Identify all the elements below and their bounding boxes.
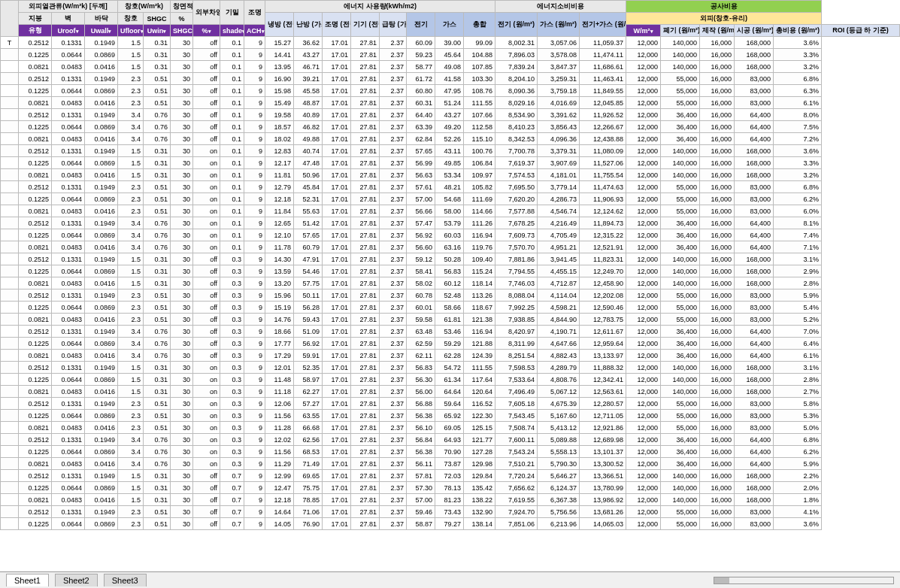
cell[interactable]: 2.37	[380, 326, 407, 338]
cell[interactable]: 6.4%	[774, 338, 822, 350]
cell[interactable]: 15.96	[265, 289, 294, 302]
cell[interactable]: 13,300.52	[580, 458, 626, 470]
cell[interactable]: 9	[244, 482, 265, 494]
cell[interactable]: 0.76	[144, 241, 171, 253]
cell[interactable]: 27.81	[351, 181, 380, 193]
cell[interactable]: 55,000	[661, 302, 700, 314]
cell[interactable]: 39.00	[435, 37, 464, 49]
cell[interactable]: 0.0821	[19, 422, 52, 434]
cell[interactable]: 27.81	[351, 470, 380, 482]
cell[interactable]: 49.08	[435, 61, 464, 73]
cell[interactable]: 2.3	[118, 73, 144, 85]
cell[interactable]: 36,400	[661, 229, 700, 241]
cell[interactable]: 0.3	[220, 434, 244, 446]
cell[interactable]: 0.31	[144, 470, 171, 482]
cell[interactable]: 3.4	[118, 217, 144, 229]
cell[interactable]: on	[193, 410, 220, 422]
cell[interactable]: 55,000	[661, 410, 700, 422]
cell[interactable]: off	[193, 121, 220, 133]
cell[interactable]: 12,000	[626, 193, 661, 205]
cell[interactable]: 16,000	[700, 217, 735, 229]
cell[interactable]: 12.83	[265, 145, 294, 157]
cell[interactable]: 16,000	[700, 350, 735, 362]
cell[interactable]: 7,510.21	[495, 458, 538, 470]
cell[interactable]: 9	[244, 193, 265, 205]
cell[interactable]: 2.3	[118, 205, 144, 217]
cell[interactable]: 11,080.09	[580, 145, 626, 157]
cell[interactable]: 111.26	[464, 217, 495, 229]
cell[interactable]: 0.3	[220, 422, 244, 434]
cell[interactable]: 69.65	[294, 470, 323, 482]
cell[interactable]: 0.0416	[85, 169, 118, 181]
cell[interactable]: 6.1%	[774, 350, 822, 362]
cell[interactable]: 16,000	[700, 193, 735, 205]
cell[interactable]	[1, 326, 19, 338]
cell[interactable]: 7,700.78	[495, 145, 538, 157]
cell[interactable]: 12,000	[626, 314, 661, 326]
cell[interactable]: 121.88	[464, 338, 495, 350]
cell[interactable]: 0.1331	[52, 217, 85, 229]
cell[interactable]: 0.0483	[52, 422, 85, 434]
cell[interactable]: 83,000	[735, 506, 774, 518]
cell[interactable]: 2.37	[380, 446, 407, 458]
cell[interactable]: 104.88	[464, 49, 495, 61]
cell[interactable]: 0.1331	[52, 109, 85, 121]
cell[interactable]: 7,508.74	[495, 422, 538, 434]
cell[interactable]: 36,400	[661, 109, 700, 121]
cell[interactable]: 27.81	[351, 169, 380, 181]
cell[interactable]: 4,844.90	[538, 314, 580, 326]
cell[interactable]: 27.81	[351, 253, 380, 265]
cell[interactable]: 62.27	[294, 386, 323, 398]
cell[interactable]: 116.52	[464, 398, 495, 410]
cell[interactable]: 4,216.49	[538, 217, 580, 229]
cell[interactable]: 0.1	[220, 85, 244, 97]
cell[interactable]: 0.0821	[19, 61, 52, 73]
cell[interactable]: 54.72	[435, 362, 464, 374]
cell[interactable]: 168,000	[735, 470, 774, 482]
cell[interactable]: off	[193, 338, 220, 350]
cell[interactable]: 2.37	[380, 470, 407, 482]
cell[interactable]: 17.01	[323, 458, 351, 470]
cell[interactable]: 0.3	[220, 374, 244, 386]
cell[interactable]: 17.01	[323, 49, 351, 61]
cell[interactable]: 3.1%	[774, 253, 822, 265]
cell[interactable]: 79.27	[435, 518, 464, 530]
cell[interactable]: 68.53	[294, 446, 323, 458]
cell[interactable]: 30	[171, 350, 193, 362]
cell[interactable]: 3.4	[118, 338, 144, 350]
cell[interactable]: 140,000	[661, 374, 700, 386]
cell[interactable]: 58.87	[407, 518, 435, 530]
cell[interactable]: 5.9%	[774, 458, 822, 470]
cell[interactable]: 27.81	[351, 217, 380, 229]
cell[interactable]: 2.37	[380, 145, 407, 157]
cell[interactable]: 16,000	[700, 470, 735, 482]
cell[interactable]: 0.0869	[85, 49, 118, 61]
cell[interactable]: 56.83	[435, 265, 464, 277]
cell[interactable]: 30	[171, 494, 193, 506]
cell[interactable]: 61.34	[435, 374, 464, 386]
table-row[interactable]: 0.08210.04830.04161.50.3130off0.1913.954…	[1, 61, 900, 73]
cell[interactable]: 13,986.92	[580, 494, 626, 506]
cell[interactable]: 27.81	[351, 494, 380, 506]
cell[interactable]: 13.20	[265, 277, 294, 289]
table-row[interactable]: 0.25120.13310.19491.50.3130on0.1912.8340…	[1, 145, 900, 157]
cell[interactable]: 3.4	[118, 229, 144, 241]
cell[interactable]: 135.42	[464, 482, 495, 494]
cell[interactable]: 5.2%	[774, 314, 822, 326]
cell[interactable]: 12,783.75	[580, 314, 626, 326]
cell[interactable]: 11.18	[265, 386, 294, 398]
cell[interactable]	[1, 302, 19, 314]
cell[interactable]: 55,000	[661, 422, 700, 434]
cell[interactable]: 50.96	[294, 169, 323, 181]
table-row[interactable]: T0.25120.13310.19491.50.3130off0.1915.27…	[1, 37, 900, 49]
cell[interactable]: 0.2512	[19, 253, 52, 265]
cell[interactable]: 0.76	[144, 133, 171, 145]
cell[interactable]: 0.0416	[85, 386, 118, 398]
cell[interactable]: 56.84	[407, 434, 435, 446]
cell[interactable]: 11.84	[265, 205, 294, 217]
table-row[interactable]: 0.12250.06440.08691.50.3130on0.1912.1747…	[1, 157, 900, 169]
table-row[interactable]: 0.08210.04830.04162.30.5130off0.1915.494…	[1, 97, 900, 109]
cell[interactable]: on	[193, 217, 220, 229]
cell[interactable]: 168,000	[735, 49, 774, 61]
cell[interactable]: 12,000	[626, 73, 661, 85]
